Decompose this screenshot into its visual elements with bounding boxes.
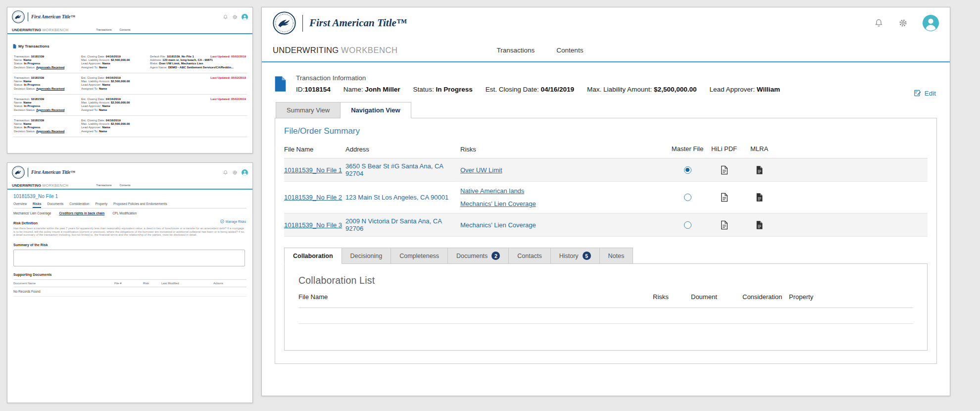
risk-link[interactable]: Over UW Limit <box>460 166 669 174</box>
address-link[interactable]: 123 Main St Los Angeles, CA 90001 <box>345 194 448 201</box>
avatar[interactable] <box>242 14 248 20</box>
risk-subtabs: Mechanics' Lien CoverageCreditors rights… <box>13 211 246 215</box>
gear-icon[interactable] <box>898 18 908 28</box>
last-updated-label: Last Updated: 05/02/2019 <box>210 76 246 79</box>
hili-pdf-icon[interactable] <box>721 193 728 202</box>
hili-pdf-icon[interactable] <box>721 220 728 230</box>
column-header: Actions <box>213 282 246 285</box>
avatar[interactable] <box>242 169 248 176</box>
tab-documents[interactable]: Documents <box>47 202 63 208</box>
tab-contacts[interactable]: Contacts <box>509 248 550 264</box>
bell-icon[interactable] <box>874 18 883 28</box>
hili-pdf-icon[interactable] <box>721 165 728 175</box>
tab-history[interactable]: History5 <box>551 248 600 264</box>
field-value: William <box>757 86 780 93</box>
master-file-radio[interactable] <box>684 166 691 174</box>
nav-item-contents[interactable]: Contents <box>120 28 131 31</box>
risk-summary-textarea[interactable] <box>13 250 245 266</box>
field: Status: In Progress <box>14 83 64 87</box>
transaction-row[interactable]: Transaction: 10181539Name: NameStatus: I… <box>13 52 247 73</box>
workbench-title-light: WORKBENCH <box>341 46 398 54</box>
brand-title: First American Title™ <box>31 170 75 175</box>
risk-link[interactable]: Mechanics' Lien Coverage <box>460 221 669 229</box>
file-link[interactable]: 10181539_No File 2 <box>284 194 342 201</box>
tab-summary-view[interactable]: Summary View <box>276 102 341 118</box>
file-link[interactable]: 10181539_No File 1 <box>284 166 342 174</box>
edit-button[interactable]: Edit <box>914 89 936 97</box>
tab-decisioning[interactable]: Decisioning <box>342 248 392 264</box>
mlra-pdf-icon[interactable] <box>756 220 763 230</box>
pdf-cell <box>706 220 742 230</box>
field-label: Transaction: <box>14 55 31 58</box>
mlra-pdf-icon[interactable] <box>756 193 763 202</box>
file-order-summary-title: File/Order Summary <box>284 126 928 136</box>
tab-property[interactable]: Property <box>95 202 107 208</box>
tab-collaboration[interactable]: Collaboration <box>284 248 342 264</box>
field-value: In Progress <box>24 126 40 129</box>
transaction-fields: Transaction: 10181539Name: NameStatus: I… <box>14 98 64 112</box>
field: Status: In Progress <box>14 62 64 65</box>
tab-navigation-view[interactable]: Navigation View <box>341 102 411 118</box>
bell-icon[interactable] <box>223 14 228 20</box>
gear-icon[interactable] <box>232 170 238 175</box>
field: Name: Name <box>14 101 64 104</box>
pdf-cell <box>742 220 777 230</box>
master-file-radio[interactable] <box>684 221 691 229</box>
address-link[interactable]: 2009 N Victoria Dr Santa Ana, CA 92706 <box>345 217 441 232</box>
tab-label: Contacts <box>517 253 541 259</box>
bell-icon[interactable] <box>223 170 228 175</box>
transaction-row[interactable]: Transaction: 10181539Name: NameStatus: I… <box>13 116 247 137</box>
field-label: Max. Liability Amount: <box>587 86 654 93</box>
subtab-cpl-modification[interactable]: CPL Modification <box>112 211 137 215</box>
column-header: File Name <box>284 146 345 153</box>
workbench-title: UNDERWRITING WORKBENCH <box>12 28 68 32</box>
nav-item-transactions[interactable]: Transactions <box>497 47 535 54</box>
tab-notes[interactable]: Notes <box>600 248 634 264</box>
field-label: Lead Approver: <box>709 86 756 93</box>
column-header: Address <box>345 146 460 153</box>
mlra-pdf-icon[interactable] <box>756 165 763 175</box>
subtab-creditors-rights-in-back-chain[interactable]: Creditors rights in back chain <box>59 211 104 215</box>
column-header: HiLi PDF <box>706 145 742 153</box>
risk-link[interactable]: Mechanics' Lien Coverage <box>460 200 669 207</box>
brand-title: First American Title™ <box>309 17 407 29</box>
field-value: Approvals Received <box>36 87 64 90</box>
file-link[interactable]: 10181539_No File 3 <box>284 221 342 229</box>
nav-item-transactions[interactable]: Transactions <box>96 184 111 187</box>
master-file-radio[interactable] <box>684 194 691 201</box>
collaboration-title: Collaboration List <box>298 275 913 286</box>
field-label: Assigned To: <box>81 66 99 69</box>
field-value: 1018154 <box>304 86 331 93</box>
transaction-row[interactable]: Transaction: 10181539Name: NameStatus: I… <box>13 95 247 116</box>
file-summary-header: File NameAddressRisksMaster FileHiLi PDF… <box>284 142 928 158</box>
tab-proposed-policies-and-endorsements[interactable]: Proposed Policies and Endorsements <box>113 202 167 208</box>
nav-item-contents[interactable]: Contents <box>120 184 131 187</box>
risk-link[interactable]: Native American lands <box>460 187 669 195</box>
gear-icon[interactable] <box>232 14 238 20</box>
field-label: Est. Closing Date: <box>486 86 541 93</box>
transaction-list: Transaction: 10181539Name: NameStatus: I… <box>13 52 247 137</box>
nav-item-contents[interactable]: Contents <box>556 47 583 54</box>
transaction-row[interactable]: Transaction: 10181539Name: NameStatus: I… <box>13 73 247 95</box>
field-value: Name <box>102 104 110 107</box>
tab-risks[interactable]: Risks <box>33 202 41 208</box>
field-value: $2,500,000.00 <box>111 101 130 104</box>
nav-item-transactions[interactable]: Transactions <box>96 28 111 31</box>
field-label: Est. Closing Date: <box>81 98 106 101</box>
avatar[interactable] <box>923 15 939 31</box>
field-value: 10181539 <box>31 119 44 122</box>
field-label: Decision Status: <box>14 108 36 111</box>
tab-documents[interactable]: Documents2 <box>448 248 509 264</box>
subtab-mechanics-lien-coverage[interactable]: Mechanics' Lien Coverage <box>13 211 51 215</box>
tab-consideration[interactable]: Consideration <box>69 202 89 208</box>
field-value: DEMO - ABC Settlement Services/CA/Reddin… <box>168 66 234 69</box>
address-link[interactable]: 3650 S Bear St #G Santa Ana, CA 92704 <box>345 162 443 177</box>
tab-label: Decisioning <box>350 253 383 259</box>
manage-risks-button[interactable]: Manage Risks <box>220 219 246 223</box>
field: Assigned To: Name <box>81 130 130 133</box>
field: Decision Status: Approvals Received <box>14 87 64 91</box>
tab-completeness[interactable]: Completeness <box>391 248 448 264</box>
transaction-fields: Transaction: 10181539Name: NameStatus: I… <box>14 119 64 133</box>
tab-overview[interactable]: Overview <box>13 202 27 208</box>
tab-label: History <box>559 253 579 259</box>
